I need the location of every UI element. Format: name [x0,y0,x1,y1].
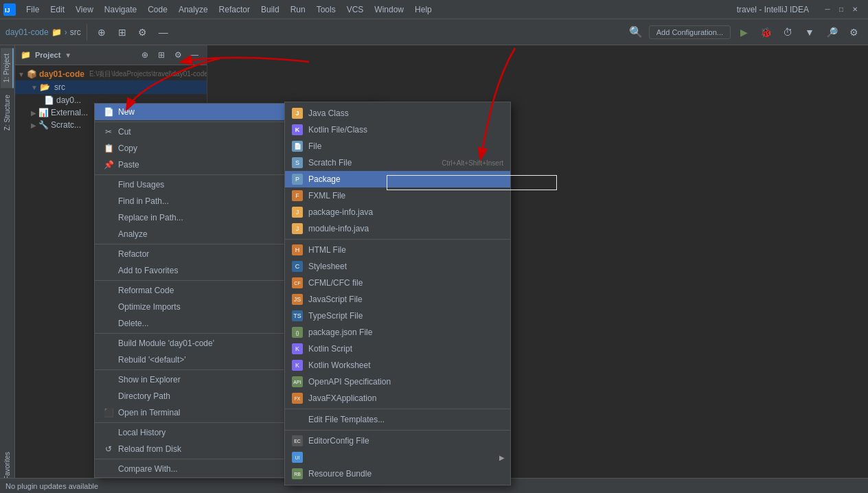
tree-item-src[interactable]: ▼ 📂 src [15,80,207,94]
editorconfig-icon: EC [292,435,303,446]
sub-label-package: Package [308,174,341,184]
java-class-icon: J [292,108,303,119]
ctx-label-find-path: Find in Path... [118,196,169,206]
expand-all-button[interactable]: ⊕ [93,23,111,41]
panel-dropdown-icon[interactable]: ▼ [65,51,71,59]
javafx-icon: FX [292,393,303,404]
sidebar-item-project[interactable]: 1: Project [1,48,14,88]
menu-build[interactable]: Build [255,3,285,16]
copy-icon: 📋 [103,143,114,154]
search-everywhere-button[interactable]: 🔎 [823,23,841,41]
settings2-button[interactable]: ⚙ [845,23,863,41]
ctx-label-analyze: Analyze [118,229,148,239]
more-button[interactable]: ▼ [801,23,819,41]
sub-item-stylesheet[interactable]: C Stylesheet [285,258,510,275]
sub-label-package-info: package-info.java [308,207,373,217]
sub-item-fxml[interactable]: F FXML File [285,187,510,204]
breadcrumb-folder[interactable]: src [70,27,81,37]
add-configuration-button[interactable]: Add Configuration... [649,25,731,39]
minimize-button[interactable]: ─ [823,5,832,14]
menu-window[interactable]: Window [369,3,409,16]
sub-label-stylesheet: Stylesheet [308,262,347,271]
ctx-label-reformat: Reformat Code [118,286,174,295]
history-icon [103,427,114,438]
close-button[interactable]: ✕ [850,5,860,14]
resource-icon: RB [292,468,303,479]
menu-bar-right: travel - IntelliJ IDEA ─ □ ✕ [737,5,865,14]
ctx-label-reload: Reload from Disk [118,444,181,454]
sub-item-swing-designer[interactable]: UI ▶ [285,449,510,466]
edit-templates-icon [292,414,303,425]
delete-icon [103,318,114,329]
ctx-label-local-history: Local History [118,428,165,437]
menu-run[interactable]: Run [285,3,311,16]
sub-item-js[interactable]: JS JavaScript File [285,291,510,308]
sub-item-kotlin-script[interactable]: K Kotlin Script [285,341,510,357]
sub-item-cfml[interactable]: CF CFML/CFC file [285,275,510,291]
debug-button[interactable]: 🐞 [757,23,775,41]
profile-button[interactable]: ⏱ [779,23,797,41]
sub-item-file[interactable]: 📄 File [285,138,510,154]
sub-item-javafx[interactable]: FX JavaFXApplication [285,390,510,406]
paste-icon: 📌 [103,159,114,170]
ctx-label-dir-path: Directory Path [118,391,170,401]
sub-item-json[interactable]: {} package.json File [285,324,510,341]
sub-item-html[interactable]: H HTML File [285,242,510,258]
menu-help[interactable]: Help [409,3,437,16]
terminal-icon: ⬛ [103,407,114,418]
navigate-icon[interactable]: 🔍 [627,23,645,41]
ctx-label-compare: Compare With... [118,464,178,474]
sub-item-kotlin-worksheet[interactable]: K Kotlin Worksheet [285,357,510,374]
panel-expand-button[interactable]: ⊞ [155,48,168,62]
sub-item-module-info[interactable]: J module-info.java [285,220,510,237]
scratch-icon: S [292,157,303,168]
sub-item-edit-templates[interactable]: Edit File Templates... [285,411,510,428]
sub-item-scratch[interactable]: S Scratch File Ctrl+Alt+Shift+Insert [285,154,510,171]
sub-item-openapi[interactable]: API OpenAPI Specification [285,374,510,390]
menu-edit[interactable]: Edit [45,3,70,16]
panel-hide-button[interactable]: — [187,48,201,62]
sub-item-editorconfig[interactable]: EC EditorConfig File [285,433,510,449]
menu-refactor[interactable]: Refactor [214,3,255,16]
menu-analyze[interactable]: Analyze [173,3,214,16]
menu-file[interactable]: File [21,3,45,16]
menu-tools[interactable]: Tools [311,3,341,16]
app-title: travel - IntelliJ IDEA [737,5,809,14]
menu-navigate[interactable]: Navigate [99,3,142,16]
run-button[interactable]: ▶ [735,23,753,41]
breadcrumb-project[interactable]: day01-code [5,27,49,37]
maximize-button[interactable]: □ [836,5,846,14]
sub-label-module-info: module-info.java [308,224,369,233]
menu-vcs[interactable]: VCS [341,3,369,16]
optimize-icon [103,301,114,312]
sub-item-package[interactable]: P Package [285,171,510,187]
sub-item-resource-bundle[interactable]: RB Resource Bundle [285,466,510,482]
sub-item-java-class[interactable]: J Java Class [285,105,510,122]
sidebar-item-structure[interactable]: Z: Structure [1,89,13,136]
sub-item-kotlin-class[interactable]: K Kotlin File/Class [285,122,510,138]
menu-code[interactable]: Code [142,3,173,16]
file-icon: 📄 [292,141,303,152]
build-icon [103,338,114,349]
panel-settings-button[interactable]: ⚙ [171,48,185,62]
panel-locate-button[interactable]: ⊕ [138,48,152,62]
sub-item-ts[interactable]: TS TypeScript File [285,308,510,324]
package-icon: P [292,174,303,185]
explorer-icon [103,374,114,385]
hide-panel-button[interactable]: — [155,23,172,41]
sub-item-package-info[interactable]: J package-info.java [285,204,510,220]
tree-item-root[interactable]: ▼ 📦 day01-code E:\项目\IdeaProjects\travel… [15,68,207,80]
replace-path-icon [103,212,114,223]
collapse-all-button[interactable]: ⊞ [113,23,131,41]
sub-sep-2 [285,409,510,409]
ctx-label-delete: Delete... [118,319,149,328]
settings-button[interactable]: ⚙ [134,23,152,41]
toolbar-right: 🔍 Add Configuration... ▶ 🐞 ⏱ ▼ 🔎 ⚙ [627,23,863,41]
ctx-label-replace-path: Replace in Path... [118,213,183,222]
menu-view[interactable]: View [70,3,99,16]
sub-sep-1 [285,239,510,240]
find-usages-icon [103,179,114,190]
sub-label-js: JavaScript File [308,295,363,304]
sub-label-file: File [308,141,321,151]
fxml-icon: F [292,190,303,201]
